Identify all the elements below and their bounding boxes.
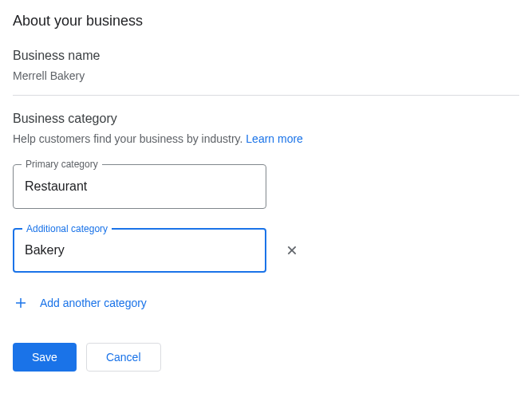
divider (13, 95, 519, 96)
save-button[interactable]: Save (13, 343, 77, 372)
additional-category-floating-label: Additional category (22, 222, 112, 235)
additional-category-input[interactable] (25, 243, 254, 258)
add-another-category-button[interactable]: Add another category (13, 292, 519, 314)
help-text-content: Help customers find your business by ind… (13, 132, 246, 145)
cancel-button[interactable]: Cancel (86, 343, 161, 372)
primary-category-input[interactable] (25, 179, 254, 194)
remove-category-button[interactable] (282, 241, 301, 260)
plus-icon (13, 295, 29, 311)
close-icon (286, 244, 298, 257)
primary-category-field[interactable]: Primary category (13, 164, 266, 209)
add-another-label: Add another category (40, 297, 147, 309)
business-name-value: Merrell Bakery (13, 69, 519, 82)
learn-more-link[interactable]: Learn more (246, 132, 303, 145)
business-category-help: Help customers find your business by ind… (13, 132, 519, 145)
primary-category-floating-label: Primary category (22, 158, 102, 171)
business-name-label: Business name (13, 49, 519, 63)
button-row: Save Cancel (13, 343, 519, 372)
page-title: About your business (13, 13, 519, 29)
additional-category-field[interactable]: Additional category (13, 228, 266, 273)
business-category-label: Business category (13, 112, 519, 126)
